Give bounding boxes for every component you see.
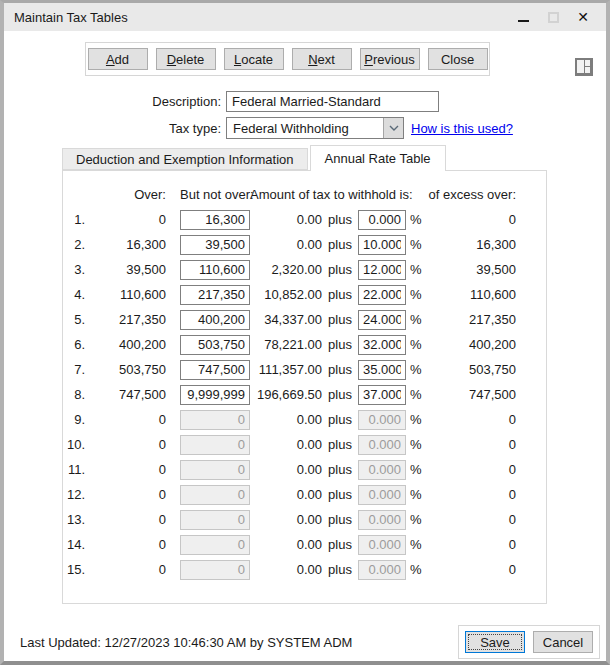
rate-cell [358, 460, 406, 480]
rate-input [358, 485, 406, 505]
rate-input[interactable] [358, 385, 406, 405]
locate-button[interactable]: Locate [224, 48, 284, 70]
window-title: Maintain Tax Tables [14, 10, 128, 25]
percent-label: % [406, 462, 422, 477]
amount-value: 0.00 [250, 462, 322, 477]
rate-cell [358, 360, 406, 380]
amount-value: 2,320.00 [250, 262, 322, 277]
but-not-over-input [180, 535, 250, 555]
percent-label: % [406, 412, 422, 427]
plus-label: plus [322, 337, 358, 352]
footer-bar: Last Updated: 12/27/2023 10:46:30 AM by … [20, 625, 600, 659]
excess-value: 0 [422, 537, 516, 552]
row-number: 3. [65, 262, 85, 277]
save-button[interactable]: Save [465, 631, 525, 653]
rate-input[interactable] [358, 235, 406, 255]
maximize-button [538, 5, 568, 29]
rate-input[interactable] [358, 360, 406, 380]
but-not-over-cell [180, 335, 250, 355]
tab-annual-rate-table[interactable]: Annual Rate Table [310, 145, 446, 171]
plus-label: plus [322, 562, 358, 577]
rate-input[interactable] [358, 335, 406, 355]
but-not-over-cell [180, 285, 250, 305]
rate-cell [358, 310, 406, 330]
rate-input[interactable] [358, 285, 406, 305]
amount-value: 0.00 [250, 512, 322, 527]
footer-buttons: Save Cancel [458, 625, 600, 659]
combo-dropdown-button[interactable] [383, 118, 403, 138]
add-button[interactable]: Add [88, 48, 148, 70]
plus-label: plus [322, 362, 358, 377]
plus-label: plus [322, 387, 358, 402]
rate-input[interactable] [358, 210, 406, 230]
over-value: 39,500 [85, 262, 166, 277]
but-not-over-input[interactable] [180, 260, 250, 280]
but-not-over-input [180, 410, 250, 430]
rate-cell [358, 510, 406, 530]
but-not-over-input[interactable] [180, 285, 250, 305]
percent-label: % [406, 212, 422, 227]
excess-value: 0 [422, 562, 516, 577]
excess-value: 503,750 [422, 362, 516, 377]
amount-value: 0.00 [250, 487, 322, 502]
rate-cell [358, 485, 406, 505]
row-number: 8. [65, 387, 85, 402]
row-number: 6. [65, 337, 85, 352]
amount-value: 0.00 [250, 212, 322, 227]
rate-cell [358, 385, 406, 405]
minimize-button[interactable] [508, 5, 538, 29]
but-not-over-cell [180, 210, 250, 230]
but-not-over-input [180, 560, 250, 580]
rate-cell [358, 260, 406, 280]
excess-value: 747,500 [422, 387, 516, 402]
but-not-over-input[interactable] [180, 360, 250, 380]
table-row: 6. 400,200 78,221.00 plus % 400,200 [65, 332, 546, 357]
excess-value: 400,200 [422, 337, 516, 352]
table-row: 1. 0 0.00 plus % 0 [65, 207, 546, 232]
but-not-over-cell [180, 410, 250, 430]
close-record-button[interactable]: Close [428, 48, 488, 70]
rate-input[interactable] [358, 310, 406, 330]
amount-value: 0.00 [250, 412, 322, 427]
row-number: 9. [65, 412, 85, 427]
panel-cell [577, 60, 584, 73]
cancel-button[interactable]: Cancel [533, 631, 593, 653]
previous-button[interactable]: Previous [360, 48, 420, 70]
rate-input[interactable] [358, 260, 406, 280]
close-button[interactable]: ✕ [568, 5, 598, 29]
but-not-over-input[interactable] [180, 385, 250, 405]
but-not-over-input [180, 460, 250, 480]
rate-cell [358, 235, 406, 255]
but-not-over-input[interactable] [180, 235, 250, 255]
but-not-over-cell [180, 235, 250, 255]
rate-input [358, 560, 406, 580]
tax-type-value: Federal Withholding [227, 121, 349, 136]
rate-input [358, 535, 406, 555]
over-value: 16,300 [85, 237, 166, 252]
rate-input [358, 460, 406, 480]
excess-value: 0 [422, 487, 516, 502]
table-row: 7. 503,750 111,357.00 plus % 503,750 [65, 357, 546, 382]
header-amount: Amount of tax to withhold is: [250, 187, 406, 202]
minimize-icon [518, 20, 529, 22]
rate-input [358, 435, 406, 455]
how-is-this-used-link[interactable]: How is this used? [411, 121, 513, 136]
but-not-over-input[interactable] [180, 310, 250, 330]
rate-input [358, 410, 406, 430]
percent-label: % [406, 337, 422, 352]
delete-button[interactable]: Delete [156, 48, 216, 70]
row-number: 15. [65, 562, 85, 577]
excess-value: 0 [422, 437, 516, 452]
description-input[interactable] [226, 91, 439, 112]
layout-panels-icon[interactable] [575, 58, 593, 76]
tab-deduction-exemption[interactable]: Deduction and Exemption Information [62, 148, 308, 170]
row-number: 13. [65, 512, 85, 527]
plus-label: plus [322, 212, 358, 227]
maximize-icon [548, 12, 559, 23]
but-not-over-cell [180, 535, 250, 555]
next-button[interactable]: Next [292, 48, 352, 70]
tax-type-select[interactable]: Federal Withholding [226, 117, 404, 139]
over-value: 0 [85, 487, 166, 502]
but-not-over-input[interactable] [180, 335, 250, 355]
but-not-over-input[interactable] [180, 210, 250, 230]
